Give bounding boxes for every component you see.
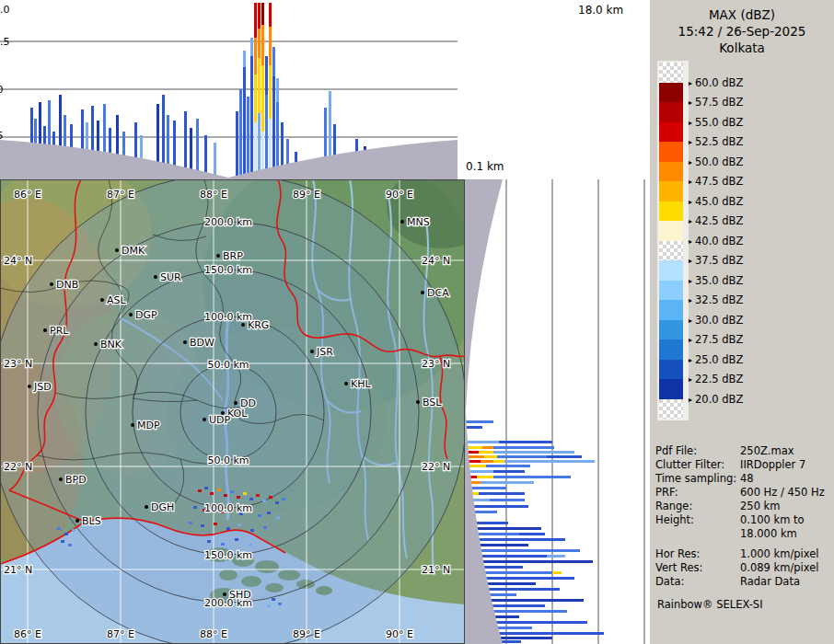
echo-bar: [466, 522, 508, 524]
echo-bar: [497, 455, 547, 458]
city-label: DNB: [56, 279, 78, 291]
echo-bar: [466, 505, 528, 508]
latitude-label: 24° N: [422, 255, 450, 267]
echo-bar: [479, 451, 493, 454]
city-dot: [75, 519, 79, 523]
info-label: Pdf File:: [655, 444, 740, 458]
tick-arrow-icon: ▸: [689, 79, 692, 87]
echo-bar: [481, 481, 534, 484]
echo-bar: [466, 465, 486, 467]
city-dot: [416, 400, 420, 404]
scale-tick-label: ▸55.0 dBZ: [689, 116, 743, 129]
info-label: Range:: [655, 500, 740, 513]
echo-bar: [276, 78, 279, 102]
city-label: UDP: [209, 414, 231, 426]
scale-tick-label: ▸57.5 dBZ: [689, 96, 743, 109]
echo-bar: [466, 588, 560, 591]
echo-bar: [466, 599, 584, 602]
echo-bar: [269, 65, 272, 119]
range-ring-label: 50.0 km: [207, 454, 249, 466]
echo-bar: [261, 132, 264, 179]
echo-bar: [140, 135, 143, 179]
info-row: Data:Radar Data: [655, 575, 832, 589]
info-row: Time sampling:48: [655, 472, 832, 486]
echo-bar: [254, 3, 257, 38]
echo-bar: [239, 89, 242, 179]
map-echo-pixel: [210, 492, 214, 495]
info-row: PRF:600 Hz / 450 Hz: [655, 486, 832, 500]
info-label: Hor Res:: [655, 547, 740, 561]
map-echo-pixel: [275, 501, 279, 504]
city-label: BRP: [223, 250, 243, 262]
echo-bar: [156, 104, 159, 179]
echo-bar: [486, 465, 530, 467]
echo-bar: [493, 476, 571, 478]
info-row: Height:0.100 km to: [655, 513, 832, 527]
echo-bar: [190, 128, 192, 179]
scale-cell: [659, 339, 683, 360]
echo-bar: [243, 51, 246, 67]
info-row: 18.000 km: [655, 527, 832, 541]
color-scale: [657, 61, 689, 420]
scale-tick-label: ▸50.0 dBZ: [689, 155, 743, 168]
tick-arrow-icon: ▸: [689, 356, 692, 364]
map-echo-pixel: [226, 527, 230, 530]
echo-bar: [81, 109, 84, 179]
city-dot: [28, 385, 31, 388]
scale-cell: [659, 142, 683, 162]
echo-bar: [122, 132, 125, 179]
product-title: MAX (dBZ): [650, 7, 834, 22]
echo-bar: [482, 446, 493, 449]
echo-bar: [254, 122, 257, 179]
product-datetime: 15:42 / 26-Sep-2025: [650, 24, 834, 39]
city-label: DCA: [427, 287, 449, 299]
city-label: KHL: [351, 378, 371, 390]
city-dot: [216, 254, 220, 258]
city-dot: [203, 418, 206, 421]
echo-bar: [466, 538, 565, 541]
echo-bar: [276, 102, 279, 179]
echo-bar: [466, 571, 552, 574]
map-echo-pixel: [278, 603, 282, 605]
echo-bar: [258, 3, 261, 29]
map-echo-pixel: [68, 544, 72, 546]
city-label: MDP: [137, 420, 160, 431]
echo-bar: [134, 122, 137, 179]
echo-bar: [466, 420, 493, 423]
echo-bar: [490, 499, 525, 501]
city-label: BDW: [190, 337, 214, 349]
echo-bar: [355, 139, 358, 179]
info-value: 250Z.max: [740, 444, 794, 458]
longitude-label: 90° E: [386, 189, 413, 201]
city-dot: [131, 423, 134, 427]
scale-cell-transparent: [659, 63, 683, 83]
echo-bar: [329, 91, 331, 179]
scale-cell: [659, 221, 683, 241]
echo-bar: [324, 108, 327, 179]
scale-tick-label: ▸25.0 dBZ: [689, 353, 743, 366]
echo-bar: [261, 3, 264, 25]
echo-bar: [184, 111, 187, 179]
echo-bar: [466, 640, 521, 643]
echo-bar: [466, 533, 519, 535]
echo-bar: [466, 481, 481, 484]
echo-bar: [466, 487, 506, 489]
echo-bar: [477, 476, 493, 478]
echo-bar: [265, 95, 268, 179]
city-dot: [145, 505, 148, 509]
longitude-label: 89° E: [293, 189, 320, 201]
longitude-label: 88° E: [200, 189, 227, 201]
echo-bar: [499, 441, 552, 443]
city-dot: [421, 291, 424, 294]
echo-bar: [481, 460, 493, 463]
echo-bar: [250, 38, 253, 56]
map-echo-pixel: [250, 529, 254, 532]
city-label: MNS: [407, 216, 430, 228]
map-echo-pixel: [224, 494, 227, 497]
range-ring-label: 150.0 km: [204, 264, 252, 276]
scale-cell-transparent: [659, 399, 683, 420]
city-dot: [400, 220, 404, 224]
longitude-label: 87° E: [107, 189, 134, 201]
echo-bar: [258, 29, 261, 58]
city-dot: [43, 328, 47, 332]
